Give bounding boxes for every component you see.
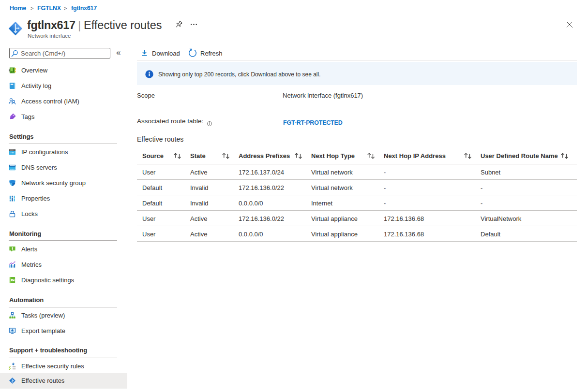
svg-text:www: www: [10, 168, 15, 170]
